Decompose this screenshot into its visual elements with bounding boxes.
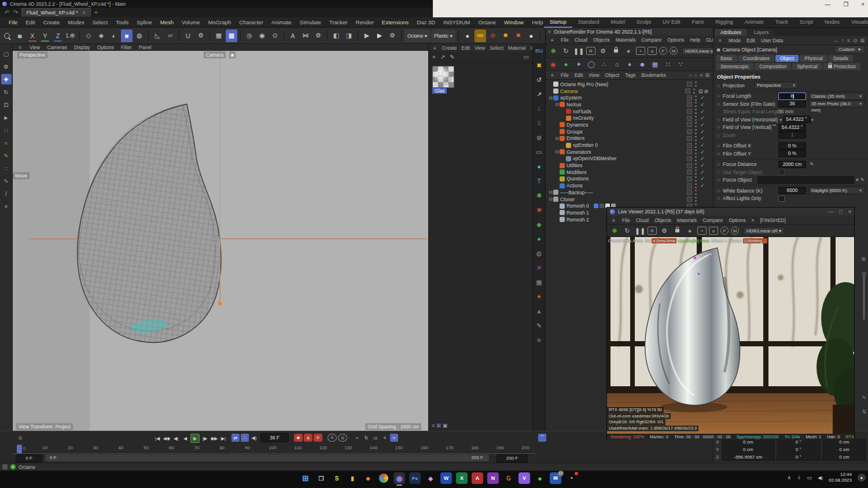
keyframe-selection-button[interactable]: ⊙ — [314, 434, 322, 442]
sphere-teal-icon[interactable]: ● — [535, 234, 544, 243]
menu-item-create[interactable]: Create — [39, 19, 64, 25]
material-menu-material[interactable]: Material — [506, 45, 528, 51]
keyframe-diamond-icon[interactable]: ◇ — [16, 434, 24, 442]
lv-region-render-icon[interactable]: R — [648, 227, 657, 235]
rotation-field[interactable]: 0 ° — [777, 446, 821, 453]
gear-green-icon[interactable]: ✱ — [535, 191, 544, 200]
octane-close-icon[interactable]: × — [548, 29, 551, 35]
tab-attributes[interactable]: Attributes — [715, 29, 747, 36]
tree-item-dynamics[interactable]: Dynamics✓ — [546, 121, 713, 128]
next-key-button[interactable]: ◆▶ — [210, 434, 218, 442]
object-manager-menu-bookmarks[interactable]: Bookmarks — [638, 72, 669, 78]
octane-scatter-b-button[interactable]: ∵ — [675, 59, 686, 69]
dots-brush-tool[interactable]: ∷ — [1, 163, 12, 173]
tree-item-xpemitter-0[interactable]: xpEmitter 0✓ — [546, 142, 713, 149]
tag-icon[interactable] — [599, 204, 604, 208]
scale-tool[interactable]: ⊡ — [1, 99, 12, 110]
lv-lut-dropdown[interactable]: HDR/Linear sR ▾ — [744, 227, 784, 235]
visibility-dots[interactable] — [695, 176, 697, 182]
tree-item-generators[interactable]: ⊟Generators✓ — [546, 149, 713, 156]
access-icon[interactable]: A — [472, 472, 483, 484]
octane-menu-help[interactable]: Help — [687, 37, 703, 43]
next-frame-button[interactable]: |▶ — [201, 434, 209, 442]
goto-end-button[interactable]: ▶| — [219, 434, 227, 442]
layer-toggle[interactable] — [685, 88, 690, 94]
picker-pen-icon[interactable]: ✎ — [860, 177, 865, 183]
visibility-dots[interactable] — [695, 169, 697, 175]
box-green-icon[interactable]: ◆ — [535, 220, 544, 229]
expander-icon[interactable]: ⊟ — [554, 102, 560, 107]
camera-hud-icon[interactable]: ◙ — [229, 51, 236, 58]
window-minimize-button[interactable]: — — [825, 1, 830, 8]
attributes-icon-4[interactable]: ⊞ — [860, 38, 865, 43]
tree-item-cloner[interactable]: ⊟Cloner — [546, 196, 713, 203]
white-sphere-icon[interactable]: ● — [525, 29, 537, 42]
object-manager-menu-object[interactable]: Object — [602, 72, 623, 78]
no-sign-icon[interactable]: ⊘ — [487, 29, 499, 42]
firefox-icon[interactable]: ● — [362, 472, 374, 484]
tab-layers[interactable]: Layers — [748, 29, 775, 36]
workplane-circle-2[interactable]: ◉ — [256, 29, 268, 42]
octane-flame-button[interactable]: ♦ — [624, 59, 635, 69]
visibility-dots[interactable] — [695, 149, 697, 154]
layer-toggle[interactable] — [687, 143, 692, 148]
menu-item-simulate[interactable]: Simulate — [296, 19, 325, 25]
viewport-menu-filter[interactable]: Filter — [117, 45, 135, 50]
add-aov-icon[interactable]: + — [636, 47, 645, 55]
attribute-tab-composition[interactable]: Composition — [755, 63, 791, 70]
focus-distance-input[interactable]: 2000 cm — [778, 161, 806, 168]
enabled-check-icon[interactable]: ✓ — [700, 129, 709, 135]
sphere-script-icon[interactable]: ● — [535, 162, 544, 171]
xparticles-icon[interactable]: ✹ — [500, 29, 512, 42]
expander-icon[interactable]: ⊟ — [554, 149, 560, 154]
visibility-dots[interactable] — [695, 82, 697, 87]
timeline-mode-toggle[interactable]: ⇄ — [231, 434, 240, 442]
object-manager-burger-icon[interactable]: ≡ — [548, 72, 557, 78]
octane-hanger-button[interactable]: ⌂ — [612, 59, 622, 69]
layer-toggle[interactable] — [687, 129, 692, 134]
tweak-settings-tool[interactable]: ⚙ — [1, 61, 12, 72]
menu-item-window[interactable]: Window — [500, 19, 528, 25]
enabled-check-icon[interactable]: ✓ — [700, 183, 709, 188]
visibility-dots[interactable] — [695, 129, 697, 134]
layer-toggle[interactable] — [687, 197, 692, 202]
attributes-menu-edit[interactable]: Edit — [744, 38, 758, 43]
lv-octane-logo-icon[interactable]: ❋ — [609, 225, 620, 236]
spline-pen-tool[interactable]: ≈ — [1, 138, 12, 148]
tree-item-utilities[interactable]: Utilities✓ — [546, 162, 713, 169]
object-manager-icon-0[interactable]: ⌕ — [689, 72, 692, 79]
tree-item-nxfluids[interactable]: nxFluids✓ — [546, 108, 713, 115]
menu-item-character[interactable]: Character — [235, 19, 267, 25]
undo-icon[interactable]: ↶ — [5, 9, 9, 16]
attribute-tab-object[interactable]: Object — [775, 55, 799, 62]
octane-cloth-button[interactable]: ✦ — [573, 59, 584, 69]
tree-item--backup-[interactable]: ⊟-----Backup----- — [546, 189, 713, 196]
redo-icon[interactable]: ↷ — [13, 9, 17, 16]
tree-item-questions[interactable]: Questions✓ — [546, 176, 713, 183]
position-field[interactable]: -556.9067 cm — [722, 454, 775, 461]
viewport-menu-view[interactable]: View — [26, 45, 43, 50]
attributes-menu-user-data[interactable]: User Data — [758, 38, 786, 43]
render-settings[interactable]: ⚙ — [387, 29, 398, 42]
coord-system[interactable]: L⊕ — [65, 29, 76, 42]
tree-item-xpopenvdbmesher[interactable]: xpOpenVDBMesher✓ — [546, 156, 713, 162]
layout-tab-script[interactable]: Script — [794, 17, 819, 27]
panel-scrollbar[interactable] — [863, 273, 865, 320]
layout-tab-sculpt[interactable]: Sculpt — [631, 17, 657, 27]
position-field[interactable]: 0 cm — [722, 446, 775, 453]
material-ball-icon[interactable]: ● — [623, 46, 634, 56]
viewport[interactable]: ≡ ViewCamerasDisplayOptionsFilterPanel P… — [13, 44, 428, 431]
menu-item-select[interactable]: Select — [89, 19, 112, 25]
live-viewer-menu-cloud[interactable]: Cloud — [633, 217, 652, 223]
tray-speaker-icon[interactable]: ◀) — [818, 475, 823, 480]
lv-focus-picker-icon[interactable]: F — [720, 227, 729, 235]
photoshop-icon[interactable]: Ps — [409, 472, 421, 484]
keyframe-bar-toggle[interactable]: ∴ — [241, 434, 249, 442]
current-frame-field[interactable]: 36 F — [260, 433, 289, 442]
record-pla-button[interactable]: ≈ — [390, 434, 398, 442]
key-filter-2-button[interactable]: ◎ — [338, 434, 347, 442]
attribute-tab-basic[interactable]: Basic — [716, 55, 737, 62]
enabled-check-icon[interactable]: ✓ — [700, 162, 709, 168]
visibility-dots[interactable] — [695, 190, 697, 195]
axis-x-lock[interactable]: X — [27, 29, 38, 42]
